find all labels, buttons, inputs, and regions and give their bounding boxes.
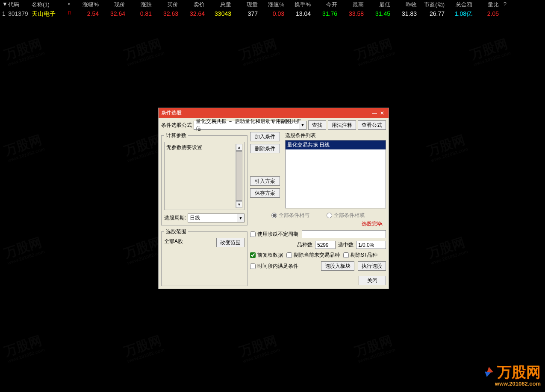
col-high[interactable]: 最高 [339, 1, 366, 9]
col-ask[interactable]: 卖价 [180, 1, 207, 9]
condition-stock-dialog: 条件选股 — ✕ 条件选股公式 量化交易共振 － 启动量化和启动专用副图共振信 … [158, 108, 389, 289]
use-period-checkbox[interactable]: 使用涨跌不定周期 [250, 231, 298, 238]
cell-name: 天山电子 [29, 10, 66, 18]
delete-condition-button[interactable]: 删除条件 [250, 144, 280, 153]
col-name[interactable]: 名称(1) [29, 1, 66, 9]
col-low[interactable]: 最低 [366, 1, 392, 9]
cell-low: 31.45 [366, 10, 392, 18]
cell-chg: 0.81 [127, 10, 154, 18]
dialog-title: 条件选股 [161, 109, 371, 117]
scroll-up-icon[interactable]: ▲ [236, 144, 242, 151]
add-condition-button[interactable]: 加入条件 [250, 132, 280, 141]
to-block-button[interactable]: 选股入板块 [321, 261, 354, 271]
cell-volratio: 2.05 [474, 10, 501, 18]
period-value: 日线 [190, 214, 200, 222]
formula-label: 条件选股公式 [161, 122, 192, 129]
find-button[interactable]: 查找 [308, 120, 326, 130]
params-fieldset: 计算参数 无参数需要设置 ▲ ▼ 选股周期: [161, 132, 247, 225]
range-legend: 选股范围 [164, 228, 188, 235]
col-vol[interactable]: 总量 [207, 1, 233, 9]
selected-label: 选中数 [338, 241, 354, 249]
cell-ask: 32.64 [180, 10, 207, 18]
cell-help [501, 10, 509, 18]
radio-and[interactable]: 全部条件相与 [271, 212, 309, 219]
qfq-checkbox[interactable]: 前复权数据 [250, 252, 283, 259]
col-bid[interactable]: 买价 [154, 1, 180, 9]
cell-cur: 377 [233, 10, 260, 18]
cell-prev: 31.83 [392, 10, 419, 18]
save-plan-button[interactable]: 保存方案 [250, 188, 280, 198]
corner-logo: 万股网 www.201082.com [484, 363, 541, 387]
cell-tag: R [66, 10, 74, 18]
period-label: 选股周期: [164, 214, 186, 222]
range-fieldset: 选股范围 全部A股 改变范围 [161, 228, 247, 286]
scroll-thumb[interactable] [236, 151, 242, 201]
variety-label: 品种数 [297, 241, 312, 249]
cell-turnover: 13.04 [286, 10, 313, 18]
cell-high: 33.58 [339, 10, 366, 18]
cell-vol: 33043 [207, 10, 233, 18]
cell-open: 31.76 [313, 10, 339, 18]
range-value: 全部A股 [164, 238, 183, 245]
chevron-down-icon[interactable]: ▼ [299, 121, 306, 129]
exclude-st-checkbox[interactable]: 剔除ST品种 [343, 252, 377, 259]
col-cur[interactable]: 现量 [233, 1, 260, 9]
col-pct[interactable]: 涨幅% [74, 1, 101, 9]
selected-count: 1/0.0% [356, 241, 386, 249]
minimize-button[interactable]: — [371, 110, 378, 117]
condition-list-label: 选股条件列表 [285, 132, 386, 139]
condition-list[interactable]: 量化交易共振 日线 [285, 140, 386, 208]
scroll-down-icon[interactable]: ▼ [236, 201, 242, 208]
variety-count: 5299 [315, 241, 336, 249]
col-volratio[interactable]: 量比 [474, 1, 501, 9]
stock-table-header: ▼ 代码 名称(1) • 涨幅% 现价 涨跌 买价 卖价 总量 现量 涨速% 换… [0, 0, 545, 9]
cell-pe: 26.77 [419, 10, 447, 18]
cell-bid: 32.63 [154, 10, 180, 18]
radio-or[interactable]: 全部条件相或 [327, 212, 365, 219]
row-idx: 1 [0, 10, 6, 18]
dialog-titlebar[interactable]: 条件选股 — ✕ [159, 108, 389, 118]
sort-indicator[interactable]: ▼ [0, 1, 6, 9]
formula-dropdown[interactable]: 量化交易共振 － 启动量化和启动专用副图共振信 ▼ [194, 121, 306, 130]
col-bullet: • [66, 1, 74, 9]
col-code[interactable]: 代码 [6, 1, 29, 9]
params-scrollbar[interactable]: ▲ ▼ [236, 144, 242, 208]
logo-icon [484, 367, 496, 379]
execute-button[interactable]: 执行选股 [358, 261, 386, 271]
condition-logic-radios: 全部条件相与 全部条件相或 [250, 212, 386, 219]
chevron-down-icon[interactable]: ▼ [237, 214, 244, 222]
col-pe[interactable]: 市盈(动) [419, 1, 447, 9]
change-range-button[interactable]: 改变范围 [216, 238, 245, 247]
col-chg[interactable]: 涨跌 [127, 1, 154, 9]
col-price[interactable]: 现价 [101, 1, 127, 9]
cell-amount: 1.08亿 [447, 10, 474, 18]
cell-price: 32.64 [101, 10, 127, 18]
stock-table: ▼ 代码 名称(1) • 涨幅% 现价 涨跌 买价 卖价 总量 现量 涨速% 换… [0, 0, 545, 19]
close-icon[interactable]: ✕ [378, 110, 386, 117]
cell-code: 301379 [6, 10, 29, 18]
col-help[interactable]: ? [501, 1, 509, 9]
cell-pct: 2.54 [74, 10, 101, 18]
params-box: 无参数需要设置 ▲ ▼ [164, 142, 245, 210]
action-button-column: 加入条件 删除条件 引入方案 保存方案 [250, 132, 280, 208]
params-legend: 计算参数 [164, 132, 188, 139]
col-turnover[interactable]: 换手% [286, 1, 313, 9]
col-speed[interactable]: 涨速% [260, 1, 286, 9]
close-button[interactable]: 关闭 [359, 276, 386, 285]
col-amount[interactable]: 总金额 [447, 1, 474, 9]
exclude-notrade-checkbox[interactable]: 剔除当前未交易品种 [286, 252, 340, 259]
condition-list-item[interactable]: 量化交易共振 日线 [286, 140, 386, 149]
col-prev[interactable]: 昨收 [392, 1, 419, 9]
cell-speed: 0.03 [260, 10, 286, 18]
usage-button[interactable]: 用法注释 [328, 120, 356, 130]
import-plan-button[interactable]: 引入方案 [250, 176, 280, 186]
stock-row[interactable]: 1 301379 天山电子 R 2.54 32.64 0.81 32.63 32… [0, 9, 545, 19]
params-message: 无参数需要设置 [166, 144, 236, 208]
timerange-checkbox[interactable]: 时间段内满足条件 [250, 263, 298, 270]
view-formula-button[interactable]: 查看公式 [358, 120, 386, 130]
period-input[interactable] [302, 230, 386, 238]
status-text: 选股完毕. [250, 220, 383, 228]
col-open[interactable]: 今开 [313, 1, 339, 9]
period-dropdown[interactable]: 日线 ▼ [188, 214, 245, 222]
formula-value: 量化交易共振 － 启动量化和启动专用副图共振信 [196, 118, 304, 132]
